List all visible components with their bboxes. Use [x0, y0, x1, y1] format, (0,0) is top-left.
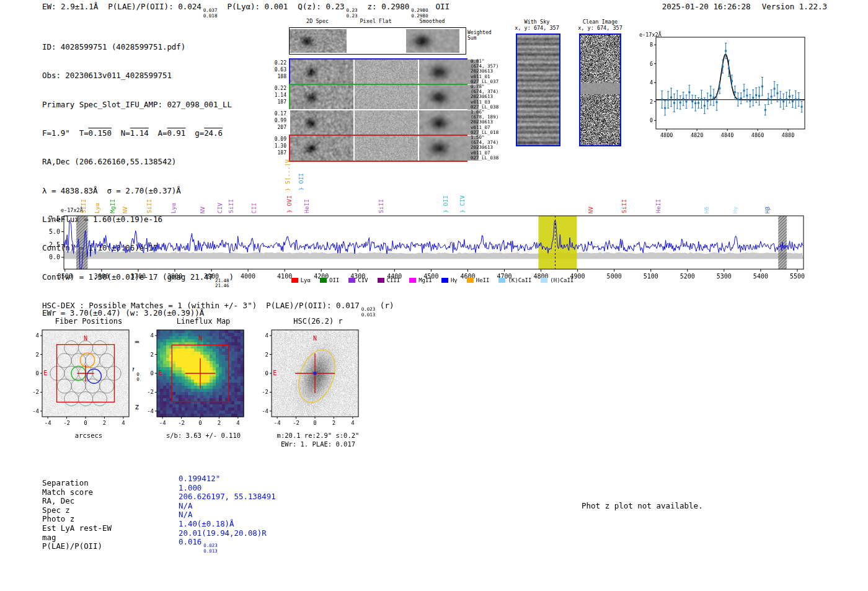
photz-note: Phot z plot not available.	[582, 501, 703, 510]
legend-swatch	[467, 278, 474, 283]
legend-swatch	[541, 278, 547, 283]
match-value-text: 0.199412"	[179, 474, 220, 483]
hscdex-text: HSC-DEX : Possible Matches = 1 (within +…	[42, 301, 360, 310]
legend-label: HeII	[476, 277, 490, 283]
match-value-text: 1.000	[179, 483, 202, 492]
cutout-smooth-image	[419, 136, 479, 161]
spec2d-column-headers: 2D Spec Pixel Flat Smoothed	[289, 18, 464, 24]
clean-image	[579, 33, 621, 146]
weighted-sum-smoothed-image	[406, 29, 459, 53]
header-smoothed: Smoothed	[405, 18, 459, 24]
match-lower: 0.013	[203, 549, 218, 554]
legend-item: Lyα	[291, 277, 311, 283]
match-value: 0.0160.0230.013	[179, 538, 218, 554]
weight-value: 1.30	[260, 143, 286, 149]
g-label: g=	[185, 128, 204, 138]
legend-item: MgII	[409, 277, 432, 283]
fiber-weight-values: 0.220.63188	[260, 58, 289, 80]
clean-image-title: Clean Image	[577, 19, 624, 25]
spec2d-row: 0.220.631880.81"(674, 357)20230613v011_0…	[260, 58, 498, 84]
cutout-smooth-image	[419, 60, 479, 84]
line-annotation-H: Hβ	[764, 207, 771, 213]
info-wavelength: λ = 4838.83Å σ = 2.70(±0.37)Å	[42, 186, 234, 195]
match-label: Photo z	[42, 515, 179, 524]
legend-swatch	[348, 278, 355, 283]
match-value: N/A	[179, 502, 192, 511]
line-annotation-SV: } S[...]V	[284, 159, 291, 191]
z-label: z: 0.2980	[368, 2, 410, 11]
info-primary: Primary Spec_Slot_IFU_AMP: 027_098_001_L…	[42, 100, 234, 109]
legend-label: CIII	[387, 277, 401, 283]
lineflux-map-plot	[141, 326, 247, 430]
line-annotation-CIV: } CIV	[459, 195, 466, 213]
weight-value: 0.99	[260, 117, 286, 124]
match-row: Photo zN/A	[42, 515, 276, 524]
match-value: 0.199412"	[179, 474, 220, 484]
weighted-sum-label: Weighted Sum	[467, 30, 492, 41]
fiber-annotation: 1.06"(678, 189)20230613v011_07027_LL_018	[471, 109, 498, 135]
spec2d-row: 0.170.992071.06"(678, 189)20230613v011_0…	[260, 109, 498, 135]
cutout-smooth-image	[419, 85, 479, 110]
timestamp-version: 2025-01-20 16:26:28 Version 1.22.3	[662, 2, 827, 11]
weight-value: 0.22	[260, 60, 286, 66]
qz-uncertainty: 0.230.23	[347, 8, 358, 19]
legend-swatch	[320, 278, 327, 283]
legend-label: (H)CaII	[550, 277, 574, 283]
weight-value: 187	[260, 99, 286, 105]
legend-swatch	[498, 278, 505, 283]
match-value-text: 1.40(±0.18)Å	[179, 519, 234, 528]
a-label: A=	[149, 128, 167, 138]
weight-value: 0.63	[260, 66, 286, 73]
hsc-caption-morphology: m:20.1 re:2.9" s:0.2"	[262, 432, 374, 439]
cutout-flat-image	[355, 136, 418, 161]
version-label: Version 1.22.3	[762, 2, 827, 11]
weight-value: 187	[260, 149, 286, 156]
legend-swatch	[409, 278, 416, 283]
fiber-xlabel: arcsecs	[42, 432, 135, 439]
match-row: P(LAE)/P(OII)0.0160.0230.013	[42, 542, 276, 558]
match-value-text: 0.016	[179, 537, 202, 546]
match-label: Separation	[42, 479, 179, 488]
legend-label: (K)CaII	[508, 277, 531, 283]
match-label: P(LAE)/P(OII)	[42, 542, 179, 558]
line-annotation-SiII: SiII	[378, 199, 384, 213]
z-value: z: 0.29800.29800.2980OII	[368, 2, 450, 19]
line-annotation-H: Hγ	[732, 207, 738, 213]
spectrum-legend: LyαOIICIVCIIIMgIIHγHeII(K)CaII(H)CaII	[59, 277, 806, 283]
legend-item: HeII	[467, 277, 490, 283]
line-annotation-SiII: SiII	[621, 199, 627, 213]
lineflux-caption: s/b: 3.63 +/- 0.110	[148, 432, 259, 439]
fiber-annotation: 0.81"(674, 357)20230613v011_01027_LL_037	[471, 58, 498, 84]
ew-value: EW: 2.9±1.1Å	[42, 2, 98, 11]
with-sky-image	[516, 33, 560, 146]
info-id: ID: 4028599751 (4028599751.pdf)	[42, 42, 234, 51]
plya-value: P(Lyα): 0.001	[227, 2, 288, 11]
match-value: 1.40(±0.18)Å	[179, 520, 234, 529]
line-type-label: OII	[435, 2, 450, 11]
weight-value: 0.09	[260, 136, 286, 143]
legend-item: CIII	[378, 277, 401, 283]
legend-label: Lyα	[301, 277, 311, 283]
weight-value: 207	[260, 124, 286, 131]
n-value: 1.14	[130, 128, 149, 138]
cutout-flat-image	[355, 85, 418, 110]
weight-value: 1.14	[260, 92, 286, 99]
legend-label: CIV	[358, 277, 368, 283]
with-sky-coords: x, y: 674, 357	[513, 25, 560, 31]
match-row: Spec zN/A	[42, 506, 276, 515]
plae-uncertainty: 0.0370.018	[203, 8, 218, 19]
catalog-match-table: Separation0.199412"Match score1.000RA, D…	[42, 479, 276, 558]
legend-label: OII	[329, 277, 339, 283]
legend-item: (K)CaII	[498, 277, 531, 283]
spec2d-row: 0.091.301871.50"(674, 374)20230613v011_0…	[260, 135, 498, 160]
fiber-weight-values: 0.221.14187	[260, 84, 289, 105]
hsc-cutout-title: HSC(26.2) r	[272, 317, 365, 326]
match-row: Separation0.199412"	[42, 479, 276, 488]
header-2d-spec: 2D Spec	[289, 18, 346, 24]
hsc-caption-ewr: EWr: 1. PLAE: 0.017	[262, 440, 374, 448]
clean-image-header: Clean Image x, y: 674, 357	[577, 19, 624, 31]
seeing-fwhm: F=1.9" T=	[42, 128, 89, 138]
match-label: Match score	[42, 488, 179, 497]
spec2d-image-strip	[289, 84, 467, 111]
spectrum-y-units: e-17x2Å	[61, 207, 83, 213]
